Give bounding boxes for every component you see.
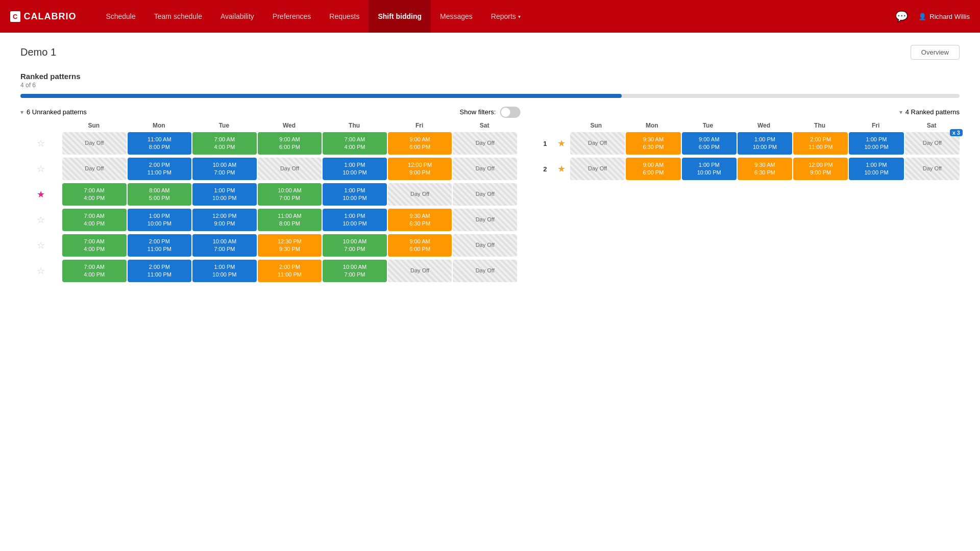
shift-cell-wrapper: 9:00 AM6:00 PM [682, 132, 737, 155]
shift-start: 7:00 AM [84, 212, 105, 220]
star-cell: ★ [554, 163, 569, 174]
shift-cell: 1:00 PM10:00 PM [849, 158, 903, 180]
star-cell: ☆ [20, 138, 61, 149]
shift-cell: 10:00 AM7:00 PM [192, 234, 257, 257]
shift-end: 6:00 PM [279, 143, 300, 151]
unranked-pattern-row: ☆Day Off2:00 PM11:00 PM10:00 AM7:00 PMDa… [20, 158, 517, 180]
toggle-bg [500, 107, 520, 118]
shift-end: 10:00 PM [343, 220, 367, 228]
shift-cell-wrapper: 7:00 AM4:00 PM [62, 260, 127, 282]
shift-cell: 10:00 AM7:00 PM [192, 158, 257, 180]
ranked-section-header-right: ▾ 4 Ranked patterns [899, 108, 960, 116]
nav-team-schedule[interactable]: Team schedule [145, 0, 211, 33]
shift-start: 12:00 PM [808, 161, 832, 169]
shift-end: 6:00 PM [409, 245, 430, 253]
shift-cell-wrapper: Day Off [570, 158, 625, 180]
shift-cell: Day Off [62, 158, 127, 180]
shift-end: 4:00 PM [84, 245, 105, 253]
star-cell: ☆ [20, 163, 61, 174]
overview-button[interactable]: Overview [911, 45, 960, 60]
shift-cell: 9:00 AM6:00 PM [682, 132, 737, 155]
shift-cell: 2:00 PM11:00 PM [793, 132, 848, 155]
shift-cell-wrapper: Day Off [453, 158, 517, 180]
show-filters-label: Show filters: [460, 108, 496, 116]
ranked-day-header-tue: Tue [680, 122, 736, 129]
shift-cell: Day Off [453, 234, 517, 257]
shift-cell: 7:00 AM4:00 PM [62, 260, 127, 282]
shift-start: 10:00 AM [343, 238, 366, 245]
ranked-day-header-wed: Wed [736, 122, 792, 129]
nav-messages[interactable]: Messages [431, 0, 482, 33]
shift-cell: 12:00 PM9:00 PM [388, 158, 452, 180]
shift-cell-wrapper: Day Off [453, 183, 517, 206]
shift-end: 10:00 PM [865, 143, 889, 151]
chat-icon[interactable]: 💬 [895, 10, 908, 22]
day-header-sat: Sat [452, 122, 517, 129]
shift-cell-wrapper: 10:00 AM7:00 PM [323, 260, 387, 282]
shift-cell: 1:00 PM10:00 PM [323, 209, 387, 231]
shift-cell-wrapper: 1:00 PM10:00 PM [738, 132, 792, 155]
shift-cell-wrapper: 1:00 PM10:00 PM [192, 183, 257, 206]
shift-end: 10:00 PM [343, 194, 367, 202]
nav-reports[interactable]: Reports ▾ [482, 0, 530, 33]
shift-cell: 9:00 AM6:00 PM [388, 132, 452, 155]
star-icon[interactable]: ★ [557, 138, 566, 149]
shift-cell-wrapper: 1:00 PM10:00 PM [192, 260, 257, 282]
shift-cell: 1:00 PM10:00 PM [128, 209, 192, 231]
shift-cell-wrapper: 1:00 PM10:00 PM [849, 158, 903, 180]
day-off-label: Day Off [410, 267, 429, 274]
ranked-section: Ranked patterns 4 of 6 [20, 72, 960, 98]
shift-cell-wrapper: Day Off [388, 183, 452, 206]
day-off-label: Day Off [476, 165, 495, 172]
shift-cell-wrapper: x 3Day Off [905, 132, 960, 155]
shift-start: 10:00 AM [213, 161, 236, 169]
filters-toggle[interactable] [500, 107, 520, 118]
nav-shift-bidding[interactable]: Shift bidding [369, 0, 431, 33]
shift-start: 9:00 AM [279, 136, 300, 143]
shift-cell: 7:00 AM4:00 PM [62, 183, 127, 206]
ranked-day-headers: Sun Mon Tue Wed Thu Fri Sat [537, 122, 960, 129]
star-icon[interactable]: ☆ [37, 265, 45, 277]
dropdown-arrow-icon: ▾ [518, 14, 521, 19]
shift-start: 2:00 PM [149, 161, 170, 169]
shift-end: 10:00 PM [148, 220, 172, 228]
user-menu[interactable]: 👤 Richard Willis [918, 13, 970, 20]
star-cell: ☆ [20, 265, 61, 277]
shift-cell: 1:00 PM10:00 PM [738, 132, 792, 155]
day-off-label: Day Off [476, 139, 495, 147]
shift-cell-wrapper: Day Off [453, 132, 517, 155]
shift-cell: 11:00 AM8:00 PM [128, 132, 192, 155]
shift-start: 1:00 PM [345, 187, 365, 194]
star-icon[interactable]: ☆ [37, 214, 45, 226]
day-header-fri: Fri [387, 122, 452, 129]
day-header-thu: Thu [322, 122, 387, 129]
progress-bar-container [20, 94, 960, 98]
shift-start: 1:00 PM [345, 161, 365, 169]
star-icon[interactable]: ☆ [37, 163, 45, 174]
star-icon[interactable]: ☆ [37, 138, 45, 149]
nav-preferences[interactable]: Preferences [263, 0, 320, 33]
shift-cell-wrapper: 9:00 AM6:00 PM [626, 158, 680, 180]
nav-requests[interactable]: Requests [320, 0, 369, 33]
shift-cell-wrapper: 2:00 PM11:00 PM [128, 158, 192, 180]
logo[interactable]: C CALABRIO [10, 11, 76, 22]
columns: Sun Mon Tue Wed Thu Fri Sat ☆Day Off11:0… [20, 122, 960, 285]
ranked-day-header-sat: Sat [903, 122, 960, 129]
shift-cell-wrapper: 7:00 AM4:00 PM [62, 234, 127, 257]
ranked-label: 4 Ranked patterns [905, 108, 960, 116]
ranked-chevron[interactable]: ▾ [899, 109, 902, 116]
shift-end: 6:00 PM [409, 143, 430, 151]
shift-start: 1:00 PM [345, 212, 365, 220]
unranked-chevron[interactable]: ▾ [20, 109, 23, 116]
shift-start: 10:00 AM [213, 238, 236, 245]
day-off-label: Day Off [923, 139, 942, 147]
nav-schedule[interactable]: Schedule [96, 0, 144, 33]
star-icon[interactable]: ★ [37, 189, 45, 200]
shift-end: 9:00 PM [810, 169, 831, 177]
star-icon[interactable]: ★ [557, 163, 566, 174]
ranked-title: Ranked patterns [20, 72, 960, 81]
nav-availability[interactable]: Availability [211, 0, 263, 33]
star-icon[interactable]: ☆ [37, 240, 45, 251]
shift-cell: 10:00 AM7:00 PM [323, 234, 387, 257]
shift-cell: 12:30 PM9:30 PM [258, 234, 322, 257]
